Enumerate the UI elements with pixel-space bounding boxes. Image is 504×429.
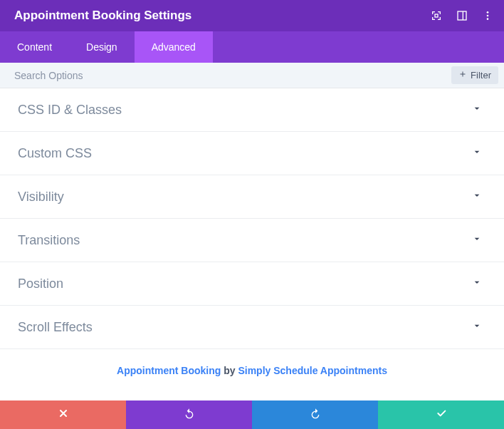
chevron-down-icon bbox=[471, 103, 483, 117]
undo-button[interactable] bbox=[126, 400, 252, 429]
chevron-down-icon bbox=[471, 190, 483, 204]
section-label: CSS ID & Classes bbox=[18, 103, 122, 118]
chevron-down-icon bbox=[471, 233, 483, 247]
search-row: Filter bbox=[0, 63, 504, 88]
tab-design[interactable]: Design bbox=[69, 31, 135, 63]
expand-icon[interactable] bbox=[430, 9, 443, 22]
section-label: Custom CSS bbox=[18, 146, 92, 161]
chevron-down-icon bbox=[471, 276, 483, 291]
chevron-down-icon bbox=[471, 146, 483, 160]
section-label: Visibility bbox=[18, 190, 64, 205]
redo-icon bbox=[310, 408, 321, 422]
section-css-id-classes[interactable]: CSS ID & Classes bbox=[0, 88, 504, 132]
svg-point-3 bbox=[487, 11, 489, 14]
section-transitions[interactable]: Transitions bbox=[0, 219, 504, 262]
check-icon bbox=[436, 408, 447, 422]
bottom-action-bar bbox=[0, 400, 504, 429]
more-icon[interactable] bbox=[481, 9, 494, 22]
filter-label: Filter bbox=[471, 70, 491, 81]
svg-point-4 bbox=[487, 15, 489, 17]
panel-icon[interactable] bbox=[456, 9, 468, 22]
footer-credit: Appointment Booking by Simply Schedule A… bbox=[0, 349, 504, 392]
svg-rect-1 bbox=[458, 11, 466, 20]
section-label: Position bbox=[18, 276, 63, 291]
modal-title: Appointment Booking Settings bbox=[14, 9, 191, 23]
header-icon-group bbox=[430, 9, 494, 22]
section-position[interactable]: Position bbox=[0, 262, 504, 306]
modal-header: Appointment Booking Settings bbox=[0, 0, 504, 31]
tab-bar: Content Design Advanced bbox=[0, 31, 504, 63]
chevron-down-icon bbox=[471, 320, 483, 334]
close-button[interactable] bbox=[0, 400, 126, 429]
section-custom-css[interactable]: Custom CSS bbox=[0, 132, 504, 175]
tab-advanced[interactable]: Advanced bbox=[135, 31, 213, 63]
save-button[interactable] bbox=[378, 400, 504, 429]
plus-icon bbox=[458, 70, 467, 81]
svg-point-5 bbox=[487, 18, 489, 20]
credit-link-module[interactable]: Appointment Booking bbox=[117, 365, 221, 376]
search-input[interactable] bbox=[14, 70, 451, 81]
svg-rect-0 bbox=[435, 14, 438, 17]
close-icon bbox=[58, 408, 69, 422]
filter-button[interactable]: Filter bbox=[451, 66, 498, 84]
section-visibility[interactable]: Visibility bbox=[0, 175, 504, 219]
credit-by: by bbox=[221, 365, 238, 376]
section-label: Transitions bbox=[18, 233, 80, 248]
credit-link-plugin[interactable]: Simply Schedule Appointments bbox=[238, 365, 387, 376]
tab-content[interactable]: Content bbox=[0, 31, 69, 63]
section-label: Scroll Effects bbox=[18, 320, 93, 335]
section-scroll-effects[interactable]: Scroll Effects bbox=[0, 306, 504, 349]
undo-icon bbox=[184, 408, 195, 422]
redo-button[interactable] bbox=[252, 400, 378, 429]
